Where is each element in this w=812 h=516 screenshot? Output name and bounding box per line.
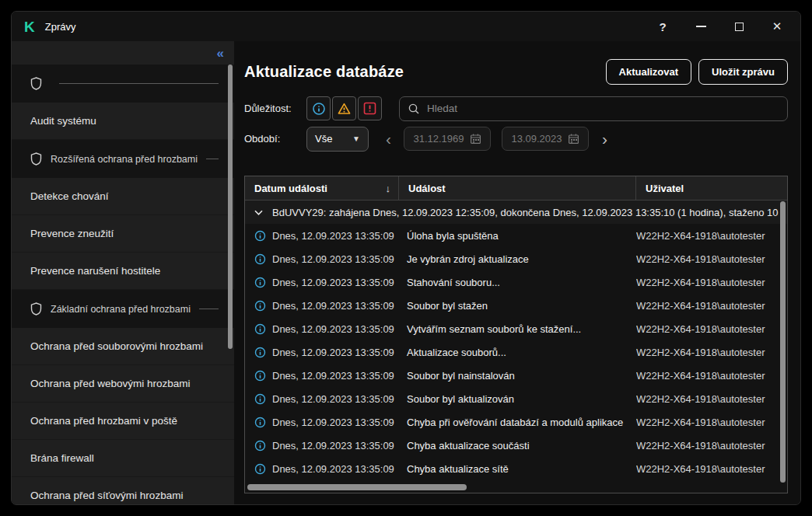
event-user: W22H2-X64-1918\autotester — [636, 323, 787, 335]
section-divider-line — [199, 309, 219, 309]
date-from-field[interactable]: 31.12.1969 — [404, 127, 491, 151]
sidebar-item[interactable]: Detekce chování — [12, 178, 234, 215]
section-divider-line — [206, 159, 219, 159]
sidebar-section-header: Základní ochrana před hrozbami — [12, 290, 234, 328]
header-buttons: Aktualizovat Uložit zprávu — [606, 59, 788, 85]
date-to-value: 13.09.2023 — [511, 133, 562, 145]
table-row[interactable]: Dnes, 12.09.2023 13:35:09 Úloha byla spu… — [245, 224, 787, 247]
sidebar-section-label: Základní ochrana před hrozbami — [51, 304, 191, 315]
warning-filter-button[interactable] — [332, 96, 356, 120]
event-text: Chyba aktualizace sítě — [399, 463, 636, 475]
event-date: Dnes, 12.09.2023 13:35:09 — [272, 393, 394, 405]
sidebar-item-label: Detekce chování — [30, 190, 109, 202]
sidebar-collapse-button[interactable]: « — [217, 47, 223, 60]
sidebar-item-label: Brána firewall — [30, 452, 94, 464]
calendar-icon — [470, 133, 481, 145]
table-row[interactable]: Dnes, 12.09.2023 13:35:09 Vytvářím sezna… — [245, 317, 787, 340]
sidebar-item-label: Prevence zneužití — [30, 228, 114, 239]
screen: K Zprávy ? ✕ « — [0, 0, 812, 516]
sidebar-item[interactable]: Prevence narušení hostitele — [12, 253, 234, 290]
sidebar-item[interactable]: Ochrana před webovými hrozbami — [12, 365, 234, 403]
sidebar-item[interactable]: Ochrana před síťovými hrozbami — [12, 477, 234, 504]
date-to-field[interactable]: 13.09.2023 — [502, 127, 589, 151]
sidebar-row: Audit systému — [12, 103, 234, 140]
task-group-row[interactable]: BdUVVY29: zahájena Dnes, 12.09.2023 12:3… — [245, 200, 787, 224]
table-row[interactable]: Dnes, 12.09.2023 13:35:09 Stahování soub… — [245, 270, 787, 294]
sidebar-item-label: Audit systému — [30, 115, 96, 127]
event-user: W22H2-X64-1918\autotester — [636, 370, 787, 382]
table-row[interactable]: Dnes, 12.09.2023 13:35:09 Soubor byl akt… — [245, 387, 787, 410]
shield-icon — [30, 302, 42, 316]
date-from-value: 31.12.1969 — [413, 133, 464, 145]
app-body: « — [12, 41, 800, 504]
minimize-button[interactable] — [695, 20, 707, 33]
event-user: W22H2-X64-1918\autotester — [636, 417, 787, 428]
table-row[interactable]: Dnes, 12.09.2023 13:35:09 Je vybrán zdro… — [245, 247, 787, 270]
info-icon — [254, 230, 266, 242]
sidebar-collapse-row: « — [12, 41, 234, 64]
event-date: Dnes, 12.09.2023 13:35:09 — [272, 440, 394, 452]
info-filter-button[interactable] — [306, 96, 331, 120]
event-text: Soubor byl nainstalován — [399, 370, 636, 382]
maximize-button[interactable] — [733, 20, 745, 33]
sidebar-item[interactable]: Audit systému — [12, 103, 234, 140]
table-row[interactable]: Dnes, 12.09.2023 13:35:09 Aktualizace so… — [245, 340, 787, 364]
search-box[interactable] — [399, 96, 788, 121]
event-date: Dnes, 12.09.2023 13:35:09 — [272, 370, 394, 382]
info-icon — [254, 370, 266, 382]
table-row[interactable]: Dnes, 12.09.2023 13:35:09 Chyba při ověř… — [245, 410, 787, 434]
event-user: W22H2-X64-1918\autotester — [636, 300, 787, 312]
info-icon — [254, 440, 266, 452]
help-button[interactable]: ? — [656, 20, 669, 33]
importance-label: Důležitost: — [244, 103, 306, 114]
sidebar-item[interactable]: Prevence zneužití — [12, 215, 234, 253]
sidebar-section-header — [12, 64, 234, 103]
update-button[interactable]: Aktualizovat — [606, 59, 692, 85]
sidebar-row: Základní ochrana před hrozbami — [12, 290, 234, 328]
table-row[interactable]: Dnes, 12.09.2023 13:35:09 Chyba aktualiz… — [245, 434, 787, 457]
importance-filter-row: Důležitost: — [244, 96, 788, 121]
next-period-button[interactable]: › — [600, 131, 609, 147]
event-text: Je vybrán zdroj aktualizace — [399, 253, 636, 265]
period-select[interactable]: Vše ▼ — [306, 127, 369, 152]
importance-buttons — [306, 96, 382, 120]
section-divider-line — [59, 83, 219, 84]
info-icon — [254, 300, 266, 312]
event-text: Aktualizace souborů... — [399, 347, 636, 358]
table-row[interactable]: Dnes, 12.09.2023 13:35:09 Chyba aktualiz… — [245, 457, 787, 480]
titlebar: K Zprávy ? ✕ — [12, 12, 800, 41]
sidebar-row — [12, 64, 234, 103]
search-input[interactable] — [427, 103, 779, 114]
sidebar-item[interactable]: Ochrana před hrozbami v poště — [12, 403, 234, 440]
app-window: K Zprávy ? ✕ « — [11, 11, 801, 505]
column-header-event[interactable]: Událost — [399, 176, 636, 200]
sidebar-scrollbar[interactable] — [228, 64, 233, 349]
close-button[interactable]: ✕ — [771, 20, 783, 33]
event-date: Dnes, 12.09.2023 13:35:09 — [272, 347, 394, 358]
sidebar-item-label: Ochrana před síťovými hrozbami — [30, 490, 183, 501]
sidebar-item-label: Ochrana před webovými hrozbami — [30, 378, 191, 389]
sidebar-row: Ochrana před hrozbami v poště — [12, 403, 234, 440]
table-horizontal-scrollbar[interactable] — [247, 484, 467, 490]
event-user: W22H2-X64-1918\autotester — [636, 253, 787, 265]
critical-filter-button[interactable] — [358, 96, 382, 120]
event-user: W22H2-X64-1918\autotester — [636, 347, 787, 358]
sidebar-row: Ochrana před síťovými hrozbami — [12, 477, 234, 504]
maximize-icon — [735, 23, 744, 31]
chevron-down-icon: ▼ — [352, 134, 360, 143]
column-header-date-label: Datum události — [254, 183, 327, 194]
sidebar-item[interactable]: Brána firewall — [12, 440, 234, 477]
save-report-button[interactable]: Uložit zprávu — [698, 59, 788, 85]
column-header-user[interactable]: Uživatel — [636, 176, 787, 200]
sidebar-row: Rozšířená ochrana před hrozbami — [12, 140, 234, 178]
table-row[interactable]: Dnes, 12.09.2023 13:35:09 Soubor byl nai… — [245, 364, 787, 387]
previous-period-button[interactable]: ‹ — [384, 131, 393, 147]
column-header-date[interactable]: Datum události ↓ — [245, 176, 399, 200]
event-text: Stahování souboru... — [399, 277, 636, 288]
period-selected-value: Vše — [315, 133, 332, 145]
sidebar-item[interactable]: Ochrana před souborovými hrozbami — [12, 328, 234, 365]
event-date: Dnes, 12.09.2023 13:35:09 — [272, 300, 394, 312]
sidebar-section-label: Rozšířená ochrana před hrozbami — [51, 154, 198, 165]
table-row[interactable]: Dnes, 12.09.2023 13:35:09 Soubor byl sta… — [245, 294, 787, 317]
table-vertical-scrollbar[interactable] — [780, 201, 786, 483]
